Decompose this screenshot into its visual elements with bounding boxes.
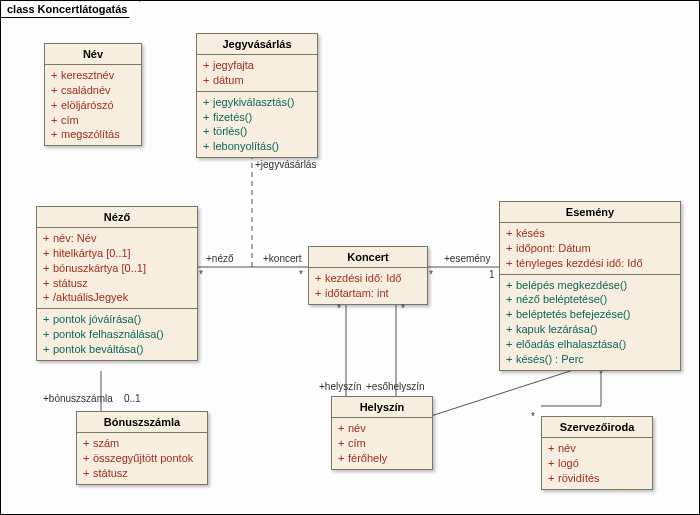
- class-esemeny: Esemény +késés +időpont: Dátum +ténylege…: [499, 201, 681, 371]
- class-jegyvasarlas: Jegyvásárlás +jegyfajta +dátum +jegykivá…: [196, 33, 318, 158]
- op: jegykiválasztás(): [213, 96, 294, 108]
- op: előadás elhalasztása(): [516, 338, 626, 350]
- attr: név: [558, 442, 576, 454]
- attr: tényleges kezdési idő: Idő: [516, 257, 643, 269]
- attr-section: +név +logó +rövidítés: [542, 438, 652, 489]
- mult: 1: [489, 269, 495, 280]
- role-nezo: +néző: [206, 253, 234, 264]
- frame-label: class Koncertlátogatás: [0, 0, 140, 18]
- op: pontok jóváírása(): [53, 313, 141, 325]
- op: néző beléptetése(): [516, 293, 607, 305]
- attr: hitelkártya [0..1]: [53, 247, 131, 259]
- attr: keresztnév: [61, 69, 114, 81]
- role-jegyvasarlas: +jegyvásárlás: [255, 159, 316, 170]
- op: lebonyolítás(): [213, 140, 279, 152]
- op-section: +belépés megkezdése() +néző beléptetése(…: [500, 275, 680, 370]
- uml-frame: class Koncertlátogatás Név +keresztnév +…: [0, 0, 700, 515]
- class-helyszin: Helyszín +név +cím +férőhely: [331, 396, 433, 470]
- attr: szám: [93, 437, 119, 449]
- attr: kezdési idő: Idő: [325, 272, 401, 284]
- attr: /aktuálisJegyek: [53, 291, 128, 303]
- op: pontok beváltása(): [53, 343, 144, 355]
- attr: összegyűjtött pontok: [93, 452, 193, 464]
- attr: férőhely: [348, 452, 387, 464]
- attr: családnév: [61, 84, 111, 96]
- attr-section: +szám +összegyűjtött pontok +státusz: [77, 433, 207, 484]
- attr: jegyfajta: [213, 59, 254, 71]
- attr: bónuszkártya [0..1]: [53, 262, 146, 274]
- op: belépés megkezdése(): [516, 279, 627, 291]
- class-title: Esemény: [500, 202, 680, 223]
- mult: 0..1: [124, 393, 141, 404]
- class-szervezo: Szervezőiroda +név +logó +rövidítés: [541, 416, 653, 490]
- op: beléptetés befejezése(): [516, 308, 630, 320]
- class-title: Név: [45, 44, 141, 65]
- op: pontok felhasználása(): [53, 328, 164, 340]
- attr: időtartam: int: [325, 287, 389, 299]
- attr: név: [348, 422, 366, 434]
- attr-section: +késés +időpont: Dátum +tényleges kezdés…: [500, 223, 680, 275]
- attr: logó: [558, 457, 579, 469]
- attr: státusz: [93, 467, 128, 479]
- op-section: +pontok jóváírása() +pontok felhasználás…: [37, 309, 197, 360]
- attr-section: +név: Név +hitelkártya [0..1] +bónuszkár…: [37, 228, 197, 309]
- class-nev: Név +keresztnév +családnév +elöljárószó …: [44, 43, 142, 146]
- class-title: Néző: [37, 207, 197, 228]
- role-esemeny: +esemény: [444, 253, 490, 264]
- mult: *: [299, 269, 303, 280]
- class-title: Koncert: [309, 247, 427, 268]
- op: kapuk lezárása(): [516, 323, 597, 335]
- class-koncert: Koncert +kezdési idő: Idő +időtartam: in…: [308, 246, 428, 305]
- role-bonusz: +bónuszszámla: [43, 393, 113, 404]
- class-nezo: Néző +név: Név +hitelkártya [0..1] +bónu…: [36, 206, 198, 361]
- attr-section: +jegyfajta +dátum: [197, 55, 317, 92]
- mult: *: [199, 269, 203, 280]
- role-esohelyszin: +esőhelyszín: [366, 381, 425, 392]
- class-title: Bónuszszámla: [77, 412, 207, 433]
- attr: késés: [516, 227, 545, 239]
- attr: időpont: Dátum: [516, 242, 591, 254]
- mult: *: [531, 411, 535, 422]
- attr: rövidítés: [558, 472, 600, 484]
- attr: elöljárószó: [61, 99, 114, 111]
- attr-section: +keresztnév +családnév +elöljárószó +cím…: [45, 65, 141, 145]
- class-title: Helyszín: [332, 397, 432, 418]
- class-bonusz: Bónuszszámla +szám +összegyűjtött pontok…: [76, 411, 208, 485]
- attr-section: +kezdési idő: Idő +időtartam: int: [309, 268, 427, 304]
- op-section: +jegykiválasztás() +fizetés() +törlés() …: [197, 92, 317, 157]
- class-title: Szervezőiroda: [542, 417, 652, 438]
- role-koncert: +koncert: [263, 253, 302, 264]
- mult: *: [429, 269, 433, 280]
- attr: státusz: [53, 277, 88, 289]
- attr: cím: [348, 437, 366, 449]
- op: törlés(): [213, 125, 247, 137]
- attr-section: +név +cím +férőhely: [332, 418, 432, 469]
- attr: dátum: [213, 74, 244, 86]
- mult: *: [337, 303, 341, 314]
- role-helyszin: +helyszín: [319, 381, 362, 392]
- class-title: Jegyvásárlás: [197, 34, 317, 55]
- op: fizetés(): [213, 111, 252, 123]
- op: késés() : Perc: [516, 353, 584, 365]
- attr: megszólítás: [61, 128, 120, 140]
- mult: *: [401, 303, 405, 314]
- attr: név: Név: [53, 232, 96, 244]
- attr: cím: [61, 114, 79, 126]
